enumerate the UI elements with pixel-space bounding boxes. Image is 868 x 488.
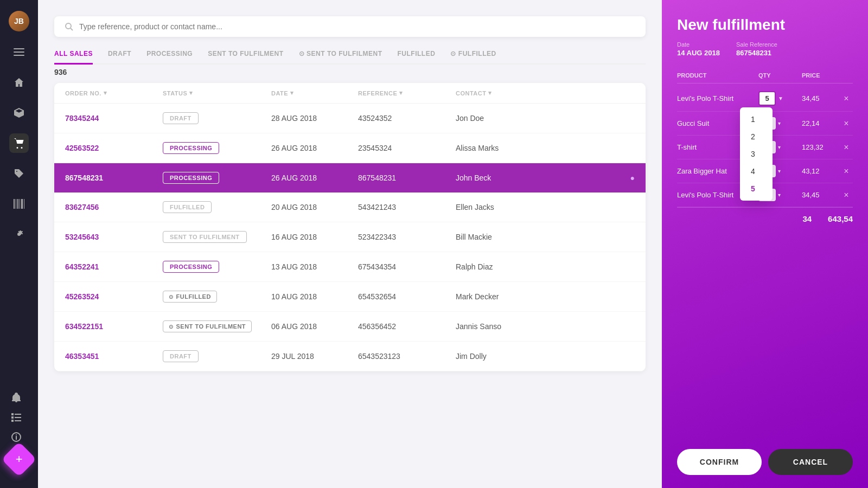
dropdown-option[interactable]: 2 [740,128,773,145]
remove-product-button[interactable]: × [840,143,853,152]
status-badge: ⊙SENT TO FULFILMENT [163,320,252,332]
qty-chevron-down[interactable]: ▾ [778,168,781,174]
tag-icon[interactable] [9,164,29,183]
home-icon[interactable] [9,73,29,92]
confirm-button[interactable]: CONFIRM [677,449,762,475]
menu-icon[interactable] [9,42,29,62]
table-row[interactable]: 45263524 ⊙FULFILLED 10 AUG 2018 65453265… [54,282,646,312]
table-row[interactable]: 634522151 ⊙SENT TO FULFILMENT 06 AUG 201… [54,312,646,342]
cell-ref: 23545324 [358,144,456,152]
fab-button[interactable]: + [1,441,36,477]
remove-product-button[interactable]: × [840,94,853,104]
dropdown-option[interactable]: 3 [740,145,773,163]
qty-chevron-down[interactable]: ▾ [778,120,781,126]
cell-ref: 867548231 [358,174,456,182]
clock-icon: ⊙ [169,294,174,300]
panel-total-qty: 34 [802,214,812,223]
cell-date: 16 AUG 2018 [271,233,358,241]
tab-fulfilled[interactable]: FULFILLED [398,50,436,65]
selection-dot: ● [630,174,635,182]
cell-date: 06 AUG 2018 [271,322,358,331]
table-row[interactable]: 78345244 DRAFT 28 AUG 2018 43524352 Jon … [54,104,646,133]
col-ref[interactable]: REFERENCE ▾ [358,89,456,97]
svg-rect-2 [14,55,24,56]
cell-contact: Ellen Jacks [456,203,635,211]
chevron-icon: ▾ [104,89,107,97]
table-row[interactable]: 83627456 FULFILLED 20 AUG 2018 543421243… [54,192,646,222]
cell-order: 867548231 [65,174,163,182]
search-input[interactable] [79,22,636,31]
panel-title: New fulfillment [677,16,853,34]
cell-ref: 6543523123 [358,352,456,361]
cell-date: 26 AUG 2018 [271,174,358,182]
tab-sent-to-fulfilment-icon[interactable]: ⊙ SENT TO FULFILMENT [299,50,382,65]
col-date[interactable]: DATE ▾ [271,89,358,97]
panel-meta: Date 14 AUG 2018 Sale Reference 86754823… [677,41,853,57]
cell-date: 10 AUG 2018 [271,292,358,301]
qty-chevron-down[interactable]: ▾ [778,144,781,150]
cell-status: DRAFT [163,350,271,362]
cell-contact: Alissa Marks [456,144,635,152]
svg-rect-11 [11,416,14,419]
dropdown-option[interactable]: 1 [740,111,773,128]
table-row[interactable]: 867548231 PROCESSING 26 AUG 2018 8675482… [54,163,646,192]
col-contact[interactable]: CONTACT ▾ [456,89,635,97]
avatar[interactable]: JB [9,11,29,31]
status-badge: PROCESSING [163,261,219,273]
col-status[interactable]: STATUS ▾ [163,89,271,97]
clock-icon: ⊙ [299,50,305,57]
tab-processing[interactable]: PROCESSING [146,50,193,65]
qty-dropdown-trigger[interactable]: ▼ [778,95,783,101]
table-row[interactable]: 53245643 SENT TO FULFILMENT 16 AUG 2018 … [54,222,646,252]
qty-value[interactable]: 5 [758,91,776,106]
cell-ref: 675434354 [358,262,456,271]
cancel-button[interactable]: CANCEL [768,449,853,475]
table-header: ORDER NO. ▾ STATUS ▾ DATE ▾ REFERENCE ▾ … [54,83,646,104]
box-icon[interactable] [9,103,29,123]
svg-rect-9 [11,413,14,415]
svg-point-18 [66,23,71,29]
panel-price: 34,45 [802,191,840,199]
cell-ref: 654532654 [358,292,456,301]
cell-contact: Mark Decker [456,292,635,301]
cell-status: ⊙FULFILLED [163,291,271,303]
barcode-icon[interactable] [9,194,29,214]
remove-product-button[interactable]: × [840,166,853,176]
settings-icon[interactable] [9,224,29,244]
tab-draft[interactable]: DRAFT [108,50,131,65]
svg-rect-12 [15,417,21,418]
table-row[interactable]: 46353451 DRAFT 29 JUL 2018 6543523123 Ji… [54,342,646,371]
panel-buttons: CONFIRM CANCEL [677,438,853,475]
table-row[interactable]: 64352241 PROCESSING 13 AUG 2018 67543435… [54,252,646,282]
qty-chevron-down[interactable]: ▾ [778,192,781,198]
tab-fulfilled-icon[interactable]: ⊙ FULFILLED [450,50,496,65]
svg-point-17 [16,434,17,435]
tab-all-sales[interactable]: ALL SALES [54,50,93,65]
dropdown-option[interactable]: 5 [740,180,773,197]
cell-date: 29 JUL 2018 [271,352,358,361]
tab-sent-to-fulfilment[interactable]: SENT TO FULFILMENT [208,50,283,65]
cell-order: 78345244 [65,114,163,123]
col-order[interactable]: ORDER NO. ▾ [65,89,163,97]
remove-product-button[interactable]: × [840,190,853,200]
cell-order: 53245643 [65,233,163,241]
chevron-icon: ▾ [189,89,193,97]
chevron-icon: ▾ [399,89,403,97]
panel-totals: 34 643,54 [677,207,853,228]
cart-icon[interactable] [9,133,29,153]
cell-order: 64352241 [65,262,163,271]
list-icon[interactable] [7,408,26,427]
remove-product-button[interactable]: × [840,119,853,129]
main-content: ALL SALES DRAFT PROCESSING SENT TO FULFI… [38,0,662,488]
clock-icon: ⊙ [169,324,174,330]
cell-ref: 543421243 [358,203,456,211]
dropdown-option[interactable]: 4 [740,163,773,180]
panel-sale-ref-label: Sale Reference [736,41,777,48]
cell-status: PROCESSING [163,261,271,273]
bell-icon[interactable] [7,388,26,408]
panel-col-price: Price [802,72,840,79]
status-badge: PROCESSING [163,172,219,184]
table-row[interactable]: 42563522 PROCESSING 26 AUG 2018 23545324… [54,133,646,163]
search-bar [54,16,646,37]
panel-total-price: 643,54 [828,214,853,223]
